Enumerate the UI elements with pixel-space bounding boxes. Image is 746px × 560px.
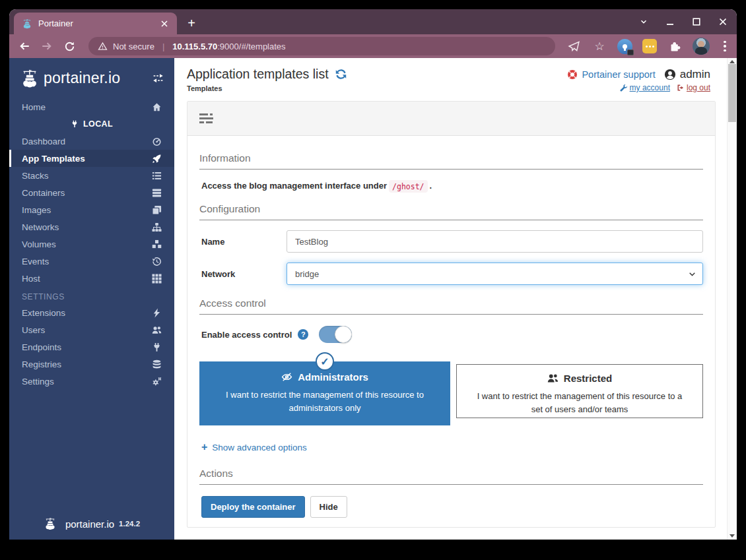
note-suffix: .	[430, 181, 432, 191]
sidebar-item-volumes[interactable]: Volumes	[9, 235, 174, 253]
new-tab-button[interactable]: +	[182, 14, 201, 32]
sidebar-item-images[interactable]: Images	[9, 201, 174, 218]
rocket-icon	[150, 154, 162, 164]
url-host: 10.115.5.70	[172, 42, 217, 51]
not-secure-label: Not secure	[113, 42, 154, 51]
not-secure-warning-icon	[98, 42, 108, 51]
sidebar-item-home[interactable]: Home	[9, 98, 174, 115]
sidebar-item-stacks[interactable]: Stacks	[9, 167, 174, 184]
log-out-link[interactable]: log out	[677, 83, 710, 92]
sidebar-item-extensions[interactable]: Extensions	[9, 304, 174, 321]
sidebar-item-registries[interactable]: Registries	[9, 356, 174, 373]
vertical-scrollbar[interactable]	[727, 58, 737, 540]
section-title-access-control: Access control	[199, 297, 703, 315]
extensions-puzzle-icon[interactable]	[667, 38, 683, 54]
chevron-down-icon	[689, 270, 696, 278]
section-title-configuration: Configuration	[199, 203, 703, 220]
sidebar-item-networks[interactable]: Networks	[9, 218, 174, 235]
page-title: Application templates list	[187, 67, 329, 82]
maximize-button[interactable]	[691, 16, 702, 28]
portainer-footer-logo-icon	[44, 517, 57, 530]
sidebar-item-label: Dashboard	[22, 137, 150, 146]
grid-icon	[150, 274, 162, 284]
show-advanced-options-link[interactable]: + Show advanced options	[199, 442, 703, 452]
sidebar-item-dashboard[interactable]: Dashboard	[9, 133, 174, 150]
sidebar-item-label: Events	[22, 257, 150, 266]
question-circle-icon[interactable]: ?	[298, 329, 308, 340]
sidebar-item-containers[interactable]: Containers	[9, 184, 174, 201]
back-button[interactable]	[16, 38, 33, 55]
browser-tab-portainer[interactable]: Portainer	[14, 13, 177, 34]
bookmark-star-icon[interactable]: ☆	[592, 38, 607, 54]
advanced-link-label: Show advanced options	[212, 443, 306, 452]
toolbar-right: ☆	[566, 38, 730, 55]
lock-icon	[627, 49, 634, 55]
send-to-device-icon[interactable]	[566, 38, 582, 54]
deploy-container-button[interactable]: Deploy the container	[201, 496, 305, 518]
option-title: Restricted	[564, 373, 612, 384]
access-control-row: Enable access control ?	[199, 326, 703, 343]
option-description: I want to restrict the management of thi…	[474, 390, 685, 416]
option-description: I want to restrict the management of thi…	[219, 389, 430, 414]
action-buttons: Deploy the container Hide	[199, 496, 703, 518]
sidebar: portainer.io Home LOCAL Dashboard App Te…	[9, 58, 174, 540]
sidebar-item-app-templates[interactable]: App Templates	[9, 150, 174, 167]
bolt-icon	[150, 308, 162, 318]
browser-toolbar: Not secure | 10.115.5.70:9000/#/template…	[9, 34, 737, 58]
sidebar-item-label: Settings	[22, 377, 150, 387]
plus-icon: +	[187, 16, 195, 31]
url-bar[interactable]: Not secure | 10.115.5.70:9000/#/template…	[88, 37, 555, 55]
sidebar-item-settings[interactable]: Settings	[9, 373, 174, 390]
ownership-option-restricted[interactable]: Restricted I want to restrict the manage…	[456, 364, 703, 418]
profile-avatar[interactable]	[693, 38, 710, 55]
cubes-icon	[150, 239, 162, 249]
sidebar-item-users[interactable]: Users	[9, 321, 174, 338]
sidebar-item-host[interactable]: Host	[9, 270, 174, 287]
network-select[interactable]: bridge	[287, 263, 703, 285]
portainer-support-link[interactable]: Portainer support	[567, 69, 655, 80]
scroll-up-arrow-icon[interactable]	[729, 60, 735, 63]
my-account-link[interactable]: my account	[620, 83, 670, 92]
close-button[interactable]	[717, 16, 729, 28]
sidebar-item-label: Containers	[22, 188, 150, 198]
sidebar-item-label: Home	[22, 102, 150, 112]
users-icon	[150, 325, 162, 335]
server-icon	[150, 188, 162, 198]
sidebar-collapse-icon[interactable]	[153, 73, 164, 84]
hide-button[interactable]: Hide	[310, 496, 347, 518]
tasks-icon	[199, 113, 213, 124]
browser-menu-icon[interactable]	[720, 41, 730, 51]
url-text: 10.115.5.70:9000/#/templates	[172, 42, 285, 51]
ownership-options: ✓ Administrators I want to restrict the …	[199, 361, 703, 425]
logged-in-user[interactable]: admin	[664, 68, 710, 81]
users-icon	[547, 373, 559, 384]
sidebar-item-label: Host	[22, 274, 150, 284]
tab-search-chevron-icon[interactable]	[638, 16, 650, 28]
footer-logo-text: portainer.io	[65, 518, 114, 530]
template-form-panel: Information Access the blog management i…	[187, 101, 716, 528]
ownership-option-administrators[interactable]: ✓ Administrators I want to restrict the …	[199, 361, 450, 425]
sidebar-logo-text: portainer.io	[44, 69, 153, 87]
keyhole-icon	[623, 44, 627, 49]
sidebar-item-endpoints[interactable]: Endpoints	[9, 338, 174, 356]
sidebar-item-label: Volumes	[22, 239, 150, 249]
access-control-toggle[interactable]	[319, 326, 352, 343]
scrollbar-thumb[interactable]	[728, 64, 736, 122]
plus-icon: +	[201, 442, 207, 452]
refresh-icon[interactable]	[335, 68, 347, 80]
reload-button[interactable]	[61, 38, 78, 55]
forward-button[interactable]	[38, 38, 55, 55]
password-manager-extension-icon[interactable]	[617, 39, 632, 54]
sidebar-item-events[interactable]: Events	[9, 253, 174, 270]
scroll-down-arrow-icon[interactable]	[729, 534, 735, 538]
sidebar-footer: portainer.io 1.24.2	[9, 517, 174, 530]
yellow-extension-icon[interactable]	[642, 39, 657, 53]
tachometer-icon	[150, 137, 162, 146]
name-input[interactable]	[287, 230, 703, 253]
history-icon	[150, 257, 162, 266]
home-icon	[150, 102, 162, 112]
tab-close-icon[interactable]	[158, 18, 170, 30]
screen: Portainer + Not secure | 10.115.5.70:900…	[0, 0, 746, 560]
plug-icon	[150, 342, 162, 352]
minimize-button[interactable]	[664, 16, 676, 28]
